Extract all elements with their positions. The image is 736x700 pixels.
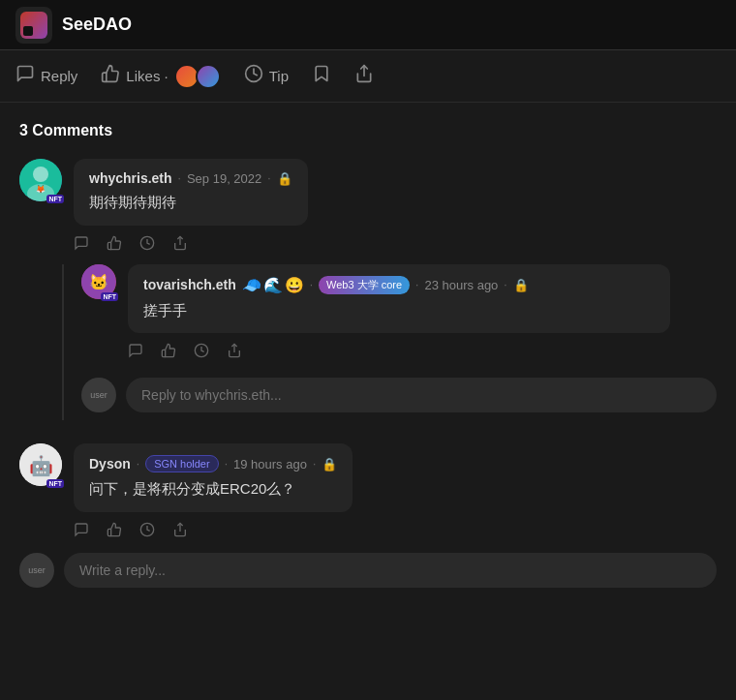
svg-text:🐱: 🐱 <box>89 273 108 291</box>
badge-sgn: SGN holder <box>145 455 218 472</box>
reply-action-1[interactable] <box>74 235 89 251</box>
comment-meta-3: Dyson · SGN holder · 19 hours ago · 🔒 <box>89 455 337 472</box>
comment-meta-2: tovarishch.eth 🧢 🌊 😀 · Web3 大学 core · 23… <box>143 276 655 294</box>
comment-meta-1: whychris.eth · Sep 19, 2022 · 🔒 <box>89 170 292 186</box>
comment-bubble-1: whychris.eth · Sep 19, 2022 · 🔒 期待期待期待 <box>74 159 308 226</box>
avatar-wrap-3: 🤖 NFT <box>19 443 62 486</box>
user-avatar-reply-2: user <box>19 553 54 588</box>
tip-label: Tip <box>269 68 289 84</box>
comment-text-1: 期待期待期待 <box>89 192 292 214</box>
bookmark-icon <box>312 64 331 88</box>
emoji-stack: 🧢 🌊 😀 <box>242 276 304 294</box>
bookmark-button[interactable] <box>312 64 331 88</box>
likes-button[interactable]: Likes · <box>101 64 220 89</box>
share-button[interactable] <box>354 64 374 88</box>
comment-bubble-2: tovarishch.eth 🧢 🌊 😀 · Web3 大学 core · 23… <box>128 264 670 334</box>
avatar-wrap-1: 🦊 NFT <box>19 159 62 201</box>
comment-author-2: tovarishch.eth <box>143 277 236 292</box>
user-avatar-reply-1: user <box>81 378 116 412</box>
nft-badge-2: NFT <box>101 292 118 301</box>
comment-3: 🤖 NFT Dyson · SGN holder · 19 hours ago … <box>19 443 717 512</box>
share-action-2[interactable] <box>227 343 242 358</box>
svg-text:🤖: 🤖 <box>29 454 53 477</box>
lock-icon-1: 🔒 <box>277 171 292 186</box>
write-reply-input[interactable] <box>64 553 717 588</box>
comment-2: 🐱 NFT tovarishch.eth 🧢 🌊 😀 · <box>81 264 717 334</box>
tip-action-2[interactable] <box>194 343 209 358</box>
tip-action-3[interactable] <box>139 522 155 537</box>
reply-to-whychris-input[interactable] <box>126 378 717 412</box>
likes-icon <box>101 64 120 88</box>
reply-action-3[interactable] <box>74 522 89 537</box>
svg-point-3 <box>33 167 48 182</box>
reply-action-2[interactable] <box>128 343 143 358</box>
tip-button[interactable]: Tip <box>244 64 289 88</box>
write-reply-row: user <box>19 545 717 595</box>
tip-icon <box>244 64 263 88</box>
comment-thread-3: 🤖 NFT Dyson · SGN holder · 19 hours ago … <box>19 443 717 595</box>
share-action-1[interactable] <box>172 235 188 251</box>
nft-badge-1: NFT <box>46 195 64 203</box>
comment-date-2: 23 hours ago <box>424 278 498 292</box>
comment-author-3: Dyson <box>89 456 131 472</box>
likes-label: Likes · <box>126 68 168 84</box>
likes-avatars <box>174 64 221 89</box>
app-title: SeeDAO <box>62 15 132 35</box>
share-icon <box>354 64 374 88</box>
reply-button[interactable]: Reply <box>15 64 77 88</box>
action-row-1 <box>19 229 717 255</box>
comments-count: 3 Comments <box>19 122 717 139</box>
comment-thread-1: 🦊 NFT whychris.eth · Sep 19, 2022 · 🔒 期待… <box>19 159 717 420</box>
svg-text:🦊: 🦊 <box>36 184 46 194</box>
comment-date-1: Sep 19, 2022 <box>187 171 261 186</box>
comment-bubble-3: Dyson · SGN holder · 19 hours ago · 🔒 问下… <box>74 443 353 512</box>
action-row-2 <box>81 337 717 362</box>
like-action-3[interactable] <box>107 522 122 537</box>
tip-action-1[interactable] <box>139 235 155 251</box>
thread-indent: 🐱 NFT tovarishch.eth 🧢 🌊 😀 · <box>62 264 717 421</box>
like-action-2[interactable] <box>161 343 176 358</box>
lock-icon-2: 🔒 <box>513 278 529 292</box>
toolbar: Reply Likes · Tip <box>0 50 736 103</box>
reply-icon <box>15 64 35 88</box>
action-row-3 <box>19 516 717 541</box>
comment-author-1: whychris.eth <box>89 170 172 186</box>
badge-web3: Web3 大学 core <box>319 276 410 294</box>
header: SeeDAO <box>0 0 736 50</box>
share-action-3[interactable] <box>172 522 188 537</box>
like-action-1[interactable] <box>107 235 122 251</box>
lock-icon-3: 🔒 <box>322 457 337 472</box>
content-area: 3 Comments 🦊 NFT whychris.eth · <box>0 103 736 638</box>
comment-text-2: 搓手手 <box>143 300 655 322</box>
comment-text-3: 问下，是将积分变成ERC20么？ <box>89 478 337 501</box>
avatar-wrap-2: 🐱 NFT <box>81 264 116 299</box>
app-logo <box>15 7 52 44</box>
nft-badge-3: NFT <box>46 479 64 488</box>
comment-1: 🦊 NFT whychris.eth · Sep 19, 2022 · 🔒 期待… <box>19 159 717 226</box>
comment-date-3: 19 hours ago <box>233 457 307 472</box>
reply-to-whychris-row: user <box>81 370 717 420</box>
reply-label: Reply <box>41 68 77 84</box>
